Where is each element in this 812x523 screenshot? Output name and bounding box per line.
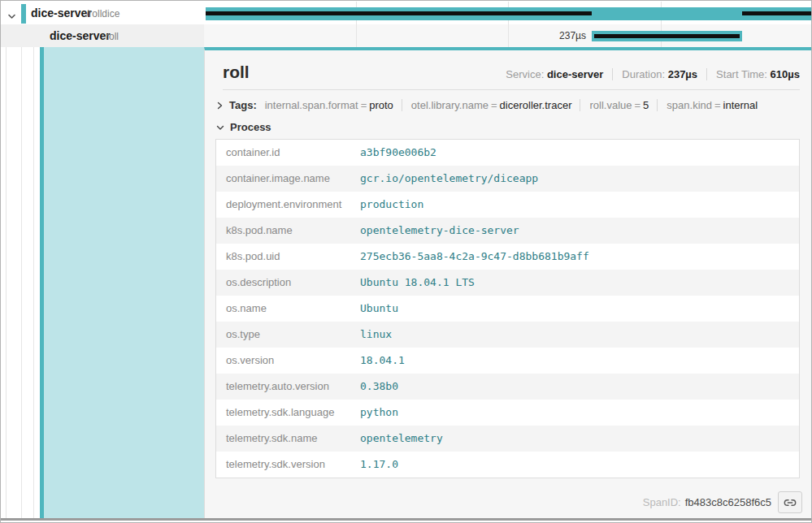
table-row: deployment.environmentproduction (216, 192, 799, 218)
process-key: k8s.pod.name (226, 224, 360, 237)
process-value: 1.17.0 (360, 458, 398, 471)
process-value: production (360, 198, 423, 211)
process-accordion-header[interactable]: Process (216, 121, 800, 133)
span-detail-panel: roll Service: dice-server Duration: 237µ… (204, 47, 811, 518)
chevron-down-icon (216, 122, 224, 134)
tag-item: roll.value=5 (580, 99, 649, 111)
tag-item: span.kind=internal (657, 99, 758, 111)
process-value: opentelemetry-dice-server (360, 224, 519, 237)
tag-value: internal (723, 99, 758, 111)
process-key: os.type (226, 328, 360, 341)
table-row: os.typelinux (216, 322, 799, 348)
process-key: deployment.environment (226, 198, 360, 211)
critical-path-segment (206, 11, 592, 15)
tag-item: otel.library.name=diceroller.tracer (402, 99, 572, 111)
process-value: gcr.io/opentelemetry/diceapp (360, 172, 538, 185)
process-key: telemetry.auto.version (226, 380, 360, 393)
process-value: linux (360, 328, 392, 341)
selected-span-highlight (44, 47, 204, 518)
span-stats: Service: dice-server Duration: 237µs Sta… (506, 68, 800, 80)
process-value: opentelemetry (360, 432, 443, 445)
process-key: telemetry.sdk.version (226, 458, 360, 471)
process-key: os.description (226, 276, 360, 289)
span-id-value: fb483c8c6258f6c5 (685, 496, 771, 508)
tag-key: roll.value (589, 99, 632, 111)
service-color-tag (21, 4, 26, 24)
table-row: telemetry.sdk.version1.17.0 (216, 452, 799, 478)
process-table: container.ida3bf90e006b2 container.image… (215, 139, 800, 478)
process-value: 275ecb36-5aa8-4c2a-9c47-d8bb681b9aff (360, 250, 589, 263)
process-label: Process (230, 121, 271, 133)
stat-service: Service: dice-server (506, 68, 603, 80)
table-row: telemetry.auto.version0.38b0 (216, 374, 799, 400)
stat-duration-label: Duration: (622, 68, 665, 80)
process-value: 0.38b0 (360, 380, 398, 393)
process-value: Ubuntu (360, 302, 398, 315)
table-row: container.ida3bf90e006b2 (216, 140, 799, 166)
process-key: k8s.pod.uid (226, 250, 360, 263)
critical-path-segment (594, 34, 740, 38)
bottom-border (1, 518, 811, 521)
critical-path-segment (742, 11, 811, 15)
tag-value: 5 (643, 99, 649, 111)
process-key: os.name (226, 302, 360, 315)
stat-duration: Duration: 237µs (612, 68, 697, 80)
tag-equals: = (712, 99, 723, 111)
indent-guide (6, 24, 7, 518)
table-row: container.image.namegcr.io/opentelemetry… (216, 166, 799, 192)
chevron-down-icon[interactable] (7, 10, 16, 24)
table-row: os.nameUbuntu (216, 296, 799, 322)
span-detail-footer: SpanID: fb483c8c6258f6c5 (643, 491, 802, 513)
tag-equals: = (489, 99, 500, 111)
stat-duration-value: 237µs (668, 68, 697, 80)
span-detail-header: roll Service: dice-server Duration: 237µ… (223, 63, 800, 82)
tag-key: otel.library.name (411, 99, 489, 111)
tags-label: Tags: (229, 99, 257, 111)
span-bar-roll[interactable] (592, 31, 742, 41)
stat-start-time-label: Start Time: (716, 68, 767, 80)
chevron-right-icon (216, 100, 224, 112)
indent-guide (21, 24, 22, 518)
process-value: Ubuntu 18.04.1 LTS (360, 276, 475, 289)
stat-start-time: Start Time: 610µs (706, 68, 800, 80)
tag-item: internal.span.format=proto (265, 99, 393, 111)
jaeger-trace-view: dice-server /rolldice dice-server roll 2… (0, 0, 812, 523)
span-service-name: dice-server (50, 29, 111, 42)
process-key: telemetry.sdk.language (226, 406, 360, 419)
tags-accordion-header[interactable]: Tags: internal.span.format=proto otel.li… (216, 99, 800, 111)
process-key: telemetry.sdk.name (226, 432, 360, 445)
tag-key: internal.span.format (265, 99, 358, 111)
stat-service-value: dice-server (547, 68, 603, 80)
table-row: k8s.pod.nameopentelemetry-dice-server (216, 218, 799, 244)
link-icon (784, 496, 797, 509)
span-operation-name: roll (106, 31, 119, 42)
tag-value: diceroller.tracer (500, 99, 572, 111)
process-value: python (360, 406, 398, 419)
table-row: os.version18.04.1 (216, 348, 799, 374)
process-key: container.image.name (226, 172, 360, 185)
tag-value: proto (369, 99, 393, 111)
span-bar-rolldice[interactable] (206, 7, 811, 20)
selected-span-stripe (40, 24, 44, 518)
table-row: os.descriptionUbuntu 18.04.1 LTS (216, 270, 799, 296)
span-duration-label: 237µs (505, 30, 586, 41)
copy-link-button[interactable] (778, 491, 802, 513)
process-value: 18.04.1 (360, 354, 405, 367)
stat-start-time-value: 610µs (771, 68, 800, 80)
span-title: roll (223, 63, 250, 82)
table-row: telemetry.sdk.nameopentelemetry (216, 426, 799, 452)
table-row: telemetry.sdk.languagepython (216, 400, 799, 426)
tag-key: span.kind (667, 99, 712, 111)
tag-equals: = (358, 99, 370, 111)
process-key: os.version (226, 354, 360, 367)
stat-service-label: Service: (506, 68, 544, 80)
table-row: k8s.pod.uid275ecb36-5aa8-4c2a-9c47-d8bb6… (216, 244, 799, 270)
span-name-row-roll[interactable]: dice-server roll (1, 24, 204, 47)
span-name-row-rolldice[interactable]: dice-server /rolldice (1, 3, 204, 24)
trace-timeline: 237µs (204, 1, 811, 47)
span-service-name: dice-server (31, 6, 92, 19)
header-divider (223, 89, 800, 90)
indent-guide (33, 24, 34, 518)
span-id-label: SpanID: (643, 496, 681, 508)
tag-equals: = (632, 99, 644, 111)
